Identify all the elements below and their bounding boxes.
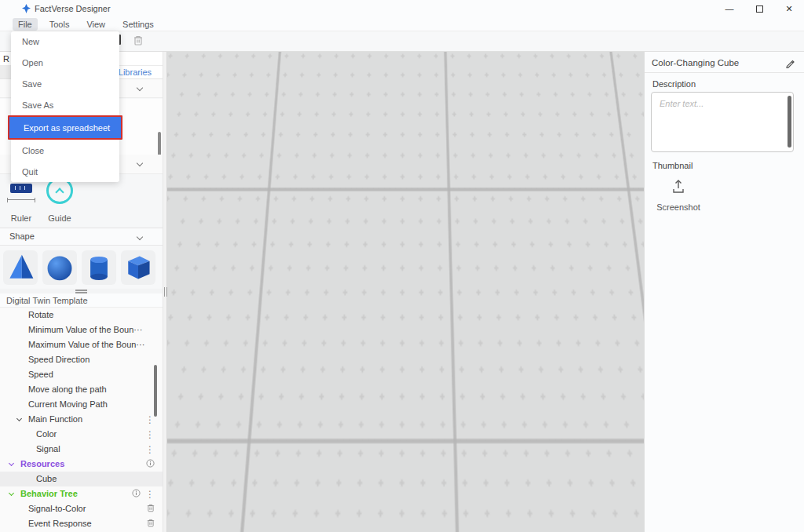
grid-icon: [636, 100, 643, 107]
app-logo-icon: [22, 4, 31, 13]
floor-edge: [167, 528, 644, 532]
kebab-icon[interactable]: ⋮: [145, 445, 155, 454]
tree-row-event-response[interactable]: Event Response: [0, 516, 163, 531]
guide-label: Guide: [36, 213, 83, 223]
tree-scrollbar[interactable]: [154, 365, 157, 417]
pencil-icon: [785, 58, 795, 68]
tree-row-behavior-tree[interactable]: Behavior Tree⋮: [0, 486, 163, 501]
menu-view[interactable]: View: [81, 18, 111, 31]
template-tree: RotateMinimum Value of the Boun···Maximu…: [0, 308, 163, 532]
upload-icon: [671, 179, 685, 198]
menu-settings[interactable]: Settings: [117, 18, 159, 31]
orbit-left-button[interactable]: [579, 78, 591, 90]
view-cube[interactable]: [594, 66, 624, 99]
tree-row-signal[interactable]: Signal⋮: [0, 442, 163, 457]
ruler-icon: [10, 184, 32, 193]
trash-icon[interactable]: [147, 504, 155, 514]
tree-item-label: Rotate: [28, 310, 53, 319]
chevron-left-icon: [630, 82, 635, 86]
cube-icon: [636, 56, 643, 64]
tree-row-speed[interactable]: Speed: [0, 367, 163, 382]
file-menu-item-save[interactable]: Save: [11, 74, 119, 95]
tree-item-label: Move along the path: [28, 384, 107, 394]
ruler-measure-icon: [7, 198, 35, 202]
menu-bar: FileToolsViewSettings: [0, 17, 804, 31]
chevron-down-icon[interactable]: [9, 461, 14, 466]
chevron-down-icon[interactable]: [9, 490, 14, 496]
menu-tools[interactable]: Tools: [44, 18, 75, 31]
tree-row-current-moving-path[interactable]: Current Moving Path: [0, 397, 163, 412]
chevron-up-icon: [606, 101, 611, 106]
maximize-button[interactable]: [744, 0, 774, 17]
tree-row-maximum-value-of-the-boun[interactable]: Maximum Value of the Boun···: [0, 337, 163, 352]
chevron-down-icon: [137, 85, 143, 91]
tree-item-label: Main Function: [28, 414, 82, 424]
tree-row-color[interactable]: Color⋮: [0, 427, 163, 442]
description-label: Description: [652, 79, 696, 89]
cube-shape-tile[interactable]: [121, 250, 155, 285]
orbit-right-button[interactable]: [627, 78, 639, 90]
tree-item-label: Color: [36, 429, 57, 439]
kebab-icon[interactable]: ⋮: [145, 430, 155, 439]
edit-title-button[interactable]: [785, 57, 795, 71]
screenshot-label: Screenshot: [651, 202, 706, 212]
tree-item-label: Resources: [20, 459, 64, 468]
info-icon[interactable]: [132, 489, 141, 499]
file-menu-item-quit[interactable]: Quit: [11, 161, 119, 182]
head-icon: [603, 73, 616, 93]
orbit-up-button[interactable]: [603, 53, 615, 65]
perspective-toggle-button[interactable]: [633, 53, 644, 66]
scene-cube[interactable]: [355, 210, 449, 337]
chevron-down-icon: [137, 234, 143, 240]
file-menu-item-save-as[interactable]: Save As: [11, 95, 119, 116]
tree-item-label: Cube: [36, 474, 57, 483]
tree-item-label: Signal-to-Color: [28, 504, 86, 513]
orbit-down-button[interactable]: [603, 98, 615, 110]
tree-row-minimum-value-of-the-boun[interactable]: Minimum Value of the Boun···: [0, 322, 163, 337]
viewport-canvas[interactable]: [167, 52, 644, 532]
tree-item-label: Current Moving Path: [28, 399, 108, 409]
tree-row-signal-to-color[interactable]: Signal-to-Color: [0, 501, 163, 516]
kebab-icon[interactable]: ⋮: [145, 490, 155, 499]
tree-row-rotate[interactable]: Rotate: [0, 308, 163, 322]
tree-item-label: Speed Direction: [28, 355, 90, 364]
cylinder-shape-tile[interactable]: [82, 250, 116, 285]
screenshot-button[interactable]: Screenshot: [651, 177, 706, 213]
grid-toggle-button[interactable]: [633, 97, 644, 110]
pyramid-shape-tile[interactable]: [3, 250, 38, 285]
file-menu-item-close[interactable]: Close: [11, 140, 119, 161]
view-cube-top-icon: [601, 67, 617, 73]
trash-icon[interactable]: [147, 519, 155, 529]
shape-palette: [0, 246, 163, 289]
tree-item-label: Signal: [36, 444, 60, 454]
properties-panel: Color-Changing Cube Description Thumbnai…: [644, 52, 804, 532]
tree-row-speed-direction[interactable]: Speed Direction: [0, 352, 163, 367]
tools-section: Ruler Guide: [0, 174, 163, 228]
info-icon[interactable]: [146, 459, 155, 469]
sphere-shape-tile[interactable]: [42, 250, 77, 285]
minimize-button[interactable]: —: [714, 0, 744, 17]
menu-file[interactable]: File: [13, 18, 38, 31]
object-title: Color-Changing Cube: [652, 58, 739, 67]
file-menu-item-new[interactable]: New: [11, 31, 119, 53]
tree-row-main-function[interactable]: Main Function⋮: [0, 412, 163, 427]
file-menu-item-open[interactable]: Open: [11, 53, 119, 74]
tree-row-move-along-the-path[interactable]: Move along the path: [0, 382, 163, 397]
file-menu-item-export-as-spreadsheet[interactable]: Export as spreadsheet: [8, 115, 122, 140]
cube-front-face: [355, 243, 449, 337]
chevron-down-icon: [137, 160, 143, 166]
tree-item-label: Maximum Value of the Boun···: [28, 340, 144, 349]
shape-section-header[interactable]: Shape: [0, 228, 163, 246]
chevron-down-icon[interactable]: [16, 416, 22, 421]
kebab-icon[interactable]: ⋮: [145, 415, 155, 425]
tree-row-resources[interactable]: Resources: [0, 457, 163, 472]
tree-row-cube[interactable]: Cube: [0, 472, 163, 486]
close-button[interactable]: ✕: [774, 0, 804, 17]
textarea-scrollbar[interactable]: [788, 96, 791, 148]
trash-icon[interactable]: [133, 35, 144, 49]
tree-item-label: Behavior Tree: [20, 489, 78, 498]
chevron-right-icon: [583, 82, 587, 86]
thumbnail-label: Thumbnail: [652, 161, 693, 170]
file-menu-popup: NewOpenSaveSave AsExport as spreadsheetC…: [11, 31, 119, 182]
description-input[interactable]: [651, 92, 794, 152]
